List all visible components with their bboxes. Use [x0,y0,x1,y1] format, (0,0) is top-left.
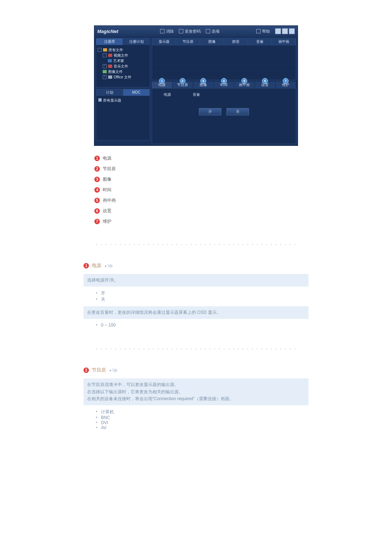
label-power: 电源 [164,92,171,97]
col-mute[interactable]: 静音 [224,38,248,45]
monitor-grid: 显示器 节目原 图像 静音 音量 画中画 [152,38,296,80]
list-item: 0 ~ 100 [96,323,305,328]
music-icon [108,65,112,68]
tab-power[interactable]: 1电源 [152,82,172,88]
legend-item: 1电源 [94,153,298,164]
section-title: 节目原 [92,367,106,373]
num-1-icon: 1 [94,156,100,161]
bullet-list: 开 关 [83,287,309,306]
file-tree: -所有文件 -视频文件 艺术家 +音乐文件 图像文件 +Office 文件 [96,45,150,87]
tb-help[interactable]: 帮助 [256,29,270,34]
tab-library[interactable]: 注册库 [96,38,123,45]
info-box: 选择电源开/关。 [83,274,309,287]
expand-icon[interactable]: + [103,75,107,79]
off-button[interactable]: 关 [226,108,249,115]
checkbox-icon [206,29,210,33]
legend-list: 1电源 2节目原 3图像 4时间 5画中画 6设置 7维护 [94,153,298,227]
badge-6: 6 [262,78,268,84]
info-line: 在选择以下输出源时，它将更改为相关的输出源。 [87,389,305,395]
bullet-list: 0 ~ 100 [83,319,309,331]
section-source: 2 节目原 Up 在节目原选项卡中，可以更改显示器的输出源。 在选择以下输出源时… [83,367,309,434]
col-volume[interactable]: 音量 [248,38,272,45]
folder-icon [103,48,107,52]
num-1-icon: 1 [83,263,89,268]
list-item: BNC [96,415,305,420]
badge-4: 4 [221,78,227,84]
num-7-icon: 7 [94,219,100,224]
tree-root[interactable]: -所有文件 [98,47,148,53]
tab-image[interactable]: 3图像 [193,82,214,88]
num-4-icon: 4 [94,187,100,193]
list-item: AV [96,425,305,430]
num-2-icon: 2 [94,166,100,172]
collapse-icon[interactable]: - [103,53,107,57]
list-item: DVI [96,420,305,425]
up-link[interactable]: Up [109,368,117,372]
legend-item: 4时间 [94,185,298,195]
checkbox-icon [179,29,183,33]
section-power: 1 电源 Up 选择电源开/关。 开 关 在更改音量时，更改的详细情况将会通过显… [83,262,309,331]
tab-mdc[interactable]: MDC [123,89,150,96]
close-icon[interactable] [289,28,295,34]
checkbox-icon[interactable] [98,98,102,102]
badge-2: 2 [180,78,185,84]
divider [94,348,298,350]
checkbox-icon [256,29,261,33]
tab-time[interactable]: 4时间 [214,82,234,88]
up-link[interactable]: Up [104,264,113,268]
badge-1: 1 [159,78,165,84]
tab-maintain[interactable]: 7维护 [275,82,296,88]
info-line: 在相关的设备未连接时，将会出现“Connection required”（需要连… [87,395,305,402]
collapse-icon[interactable]: - [98,48,102,52]
tab-pip[interactable]: 5画中画 [234,82,255,88]
tab-source[interactable]: 2节目原 [172,82,193,88]
num-5-icon: 5 [94,198,100,203]
tab-plan[interactable]: 计划 [96,89,123,96]
legend-item: 7维护 [94,216,298,227]
titlebar: MagicNet 消除 更改密码 选项 帮助 [94,26,298,37]
list-item[interactable]: 所有显示器 [98,98,148,103]
tree-item[interactable]: +Office 文件 [98,74,148,80]
settings-tabs: 1电源 2节目原 3图像 4时间 5画中画 6设置 7维护 [152,82,296,88]
plan-panel: 计划 MDC 所有显示器 [96,89,150,140]
app-logo: MagicNet [97,29,118,34]
tree-item[interactable]: +音乐文件 [98,63,148,69]
num-3-icon: 3 [94,177,100,182]
divider [94,243,298,246]
col-pip[interactable]: 画中画 [272,38,296,45]
checkbox-icon [160,29,164,33]
legend-item: 5画中画 [94,195,298,206]
col-image[interactable]: 图像 [200,38,224,45]
num-2-icon: 2 [83,368,89,373]
image-icon [103,70,107,73]
list-item: 计算机 [96,409,305,415]
badge-5: 5 [241,78,247,84]
window-controls [275,28,295,34]
expand-icon[interactable]: + [103,64,107,68]
badge-7: 7 [283,78,289,84]
tb-change-password[interactable]: 更改密码 [179,29,201,34]
label-volume: 音量 [193,92,200,97]
section-title: 电源 [92,262,101,269]
col-monitor[interactable]: 显示器 [152,38,176,45]
minimize-icon[interactable] [275,28,281,34]
tab-schedule[interactable]: 注册计划 [123,38,150,45]
tb-options[interactable]: 选项 [206,29,220,34]
tab-settings[interactable]: 6设置 [255,82,275,88]
tree-item[interactable]: -视频文件 [98,53,148,58]
num-6-icon: 6 [94,208,100,214]
list-item: 开 [96,290,305,296]
info-box: 在更改音量时，更改的详细情况将会通过显示器屏幕上的 OSD 显示。 [83,306,309,319]
bullet-list: 计算机 BNC DVI AV [83,405,309,434]
legend-item: 2节目原 [94,164,298,174]
on-button[interactable]: 开 [199,108,221,115]
badge-3: 3 [200,78,206,84]
tree-item[interactable]: 艺术家 [98,58,148,63]
col-source[interactable]: 节目原 [176,38,200,45]
library-panel: 注册库 注册计划 -所有文件 -视频文件 艺术家 +音乐文件 图像文件 +Off… [96,38,150,87]
maximize-icon[interactable] [282,28,288,34]
info-box: 在节目原选项卡中，可以更改显示器的输出源。 在选择以下输出源时，它将更改为相关的… [83,378,309,405]
legend-item: 3图像 [94,174,298,185]
tb-clear[interactable]: 消除 [160,29,174,34]
tree-item[interactable]: 图像文件 [98,69,148,74]
